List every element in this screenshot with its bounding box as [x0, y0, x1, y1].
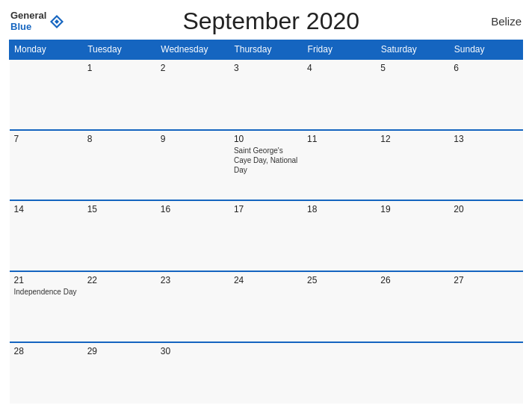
calendar-cell: 22 — [83, 271, 156, 342]
day-number: 2 — [161, 63, 225, 73]
day-header-monday: Monday — [10, 40, 83, 60]
month-title: September 2020 — [65, 7, 477, 35]
calendar-cell — [376, 342, 449, 404]
week-row-1: 123456 — [10, 59, 523, 130]
day-header-saturday: Saturday — [376, 40, 449, 60]
calendar-cell: 29 — [83, 342, 156, 404]
day-number: 30 — [161, 346, 225, 356]
day-number: 7 — [14, 134, 78, 144]
calendar-cell: 11 — [303, 130, 376, 201]
day-event: Independence Day — [14, 287, 78, 297]
country-label: Belize — [477, 15, 522, 28]
day-header-tuesday: Tuesday — [83, 40, 156, 60]
calendar-cell: 10Saint George's Caye Day, National Day — [229, 130, 303, 201]
logo-general-text: General — [10, 10, 46, 21]
calendar-header: General Blue September 2020 Belize — [9, 7, 523, 35]
day-number: 26 — [380, 275, 445, 285]
day-number: 27 — [454, 275, 518, 285]
calendar-cell — [303, 342, 376, 404]
day-number: 23 — [161, 275, 225, 285]
calendar-cell: 18 — [303, 200, 376, 271]
day-number: 13 — [454, 134, 518, 144]
logo-blue-text: Blue — [10, 22, 46, 32]
calendar-cell: 23 — [156, 271, 229, 342]
day-number: 1 — [87, 63, 152, 73]
week-row-4: 21Independence Day222324252627 — [10, 271, 523, 342]
days-header-row: Monday Tuesday Wednesday Thursday Friday… — [10, 40, 523, 60]
calendar-cell: 6 — [449, 59, 522, 130]
calendar-cell: 12 — [376, 130, 449, 201]
calendar-cell: 3 — [229, 59, 303, 130]
calendar-cell — [449, 342, 522, 404]
day-number: 10 — [234, 134, 298, 144]
day-number: 5 — [380, 63, 445, 73]
day-number: 21 — [14, 275, 78, 285]
calendar-cell — [229, 342, 303, 404]
calendar-cell: 5 — [376, 59, 449, 130]
calendar-cell: 16 — [156, 200, 229, 271]
day-number: 6 — [454, 63, 518, 73]
calendar-cell: 21Independence Day — [10, 271, 83, 342]
calendar-cell: 1 — [83, 59, 156, 130]
day-header-wednesday: Wednesday — [156, 40, 229, 60]
calendar-cell: 13 — [449, 130, 522, 201]
day-number: 15 — [87, 204, 152, 214]
calendar-container: General Blue September 2020 Belize Monda… — [0, 0, 532, 411]
day-number: 29 — [87, 346, 152, 356]
calendar-cell: 25 — [303, 271, 376, 342]
calendar-cell: 9 — [156, 130, 229, 201]
calendar-cell: 24 — [229, 271, 303, 342]
calendar-cell: 15 — [83, 200, 156, 271]
calendar-cell: 28 — [10, 342, 83, 404]
week-row-3: 14151617181920 — [10, 200, 523, 271]
day-number: 14 — [14, 204, 78, 214]
calendar-cell: 7 — [10, 130, 83, 201]
day-header-friday: Friday — [303, 40, 376, 60]
day-header-thursday: Thursday — [229, 40, 303, 60]
calendar-cell: 19 — [376, 200, 449, 271]
day-event: Saint George's Caye Day, National Day — [234, 146, 298, 175]
calendar-table: Monday Tuesday Wednesday Thursday Friday… — [9, 40, 523, 404]
calendar-cell: 2 — [156, 59, 229, 130]
day-number: 25 — [307, 275, 371, 285]
day-number: 28 — [14, 346, 78, 356]
day-number: 24 — [234, 275, 298, 285]
calendar-cell: 26 — [376, 271, 449, 342]
calendar-cell: 4 — [303, 59, 376, 130]
calendar-cell: 30 — [156, 342, 229, 404]
day-number: 19 — [380, 204, 445, 214]
week-row-5: 282930 — [10, 342, 523, 404]
day-number: 9 — [161, 134, 225, 144]
day-number: 12 — [380, 134, 445, 144]
day-number: 16 — [161, 204, 225, 214]
logo-icon — [49, 13, 65, 30]
day-number: 18 — [307, 204, 371, 214]
calendar-cell: 27 — [449, 271, 522, 342]
logo: General Blue — [10, 10, 65, 32]
week-row-2: 78910Saint George's Caye Day, National D… — [10, 130, 523, 201]
day-number: 4 — [307, 63, 371, 73]
day-number: 8 — [87, 134, 152, 144]
logo-text: General Blue — [10, 10, 46, 32]
day-number: 20 — [454, 204, 518, 214]
calendar-cell: 20 — [449, 200, 522, 271]
day-number: 17 — [234, 204, 298, 214]
calendar-cell: 8 — [83, 130, 156, 201]
day-number: 3 — [234, 63, 298, 73]
day-number: 11 — [307, 134, 371, 144]
calendar-cell: 17 — [229, 200, 303, 271]
day-number: 22 — [87, 275, 152, 285]
day-header-sunday: Sunday — [449, 40, 522, 60]
calendar-cell — [10, 59, 83, 130]
calendar-cell: 14 — [10, 200, 83, 271]
